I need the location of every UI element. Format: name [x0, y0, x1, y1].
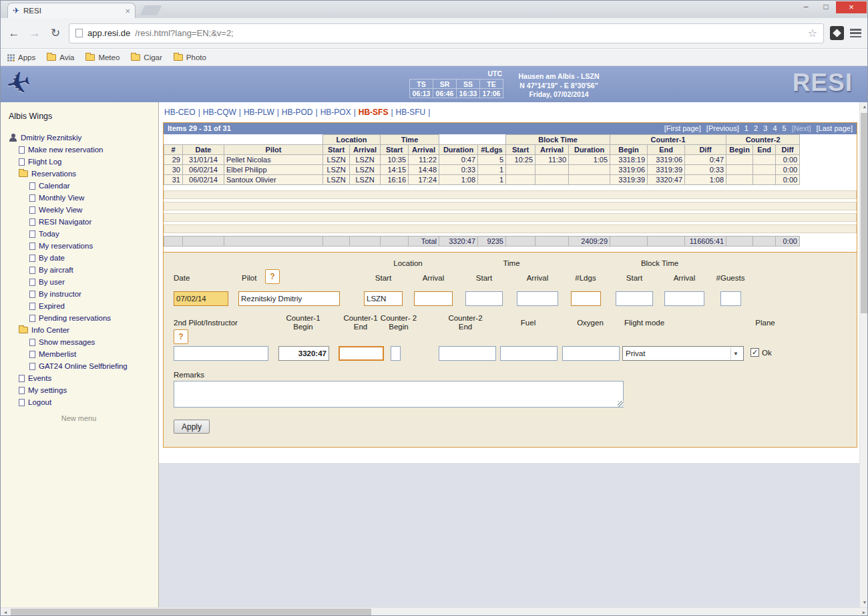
sidebar-item-show-messages[interactable]: Show messages	[9, 336, 158, 348]
previous-page-link[interactable]: [Previous]	[706, 124, 739, 132]
sidebar-item-my-settings[interactable]: My settings	[9, 384, 158, 396]
sidebar-item-logout[interactable]: Logout	[9, 396, 158, 408]
app-header: ✈ UTC TS SR SS TE 06:13 06:46 16:33 17:0…	[1, 66, 867, 102]
tab-close-icon[interactable]: ×	[125, 7, 130, 15]
close-button[interactable]: ×	[836, 1, 867, 13]
table-row[interactable]: 31 06/02/14 Santoux Olivier LSZN LSZN 16…	[164, 175, 854, 185]
second-pilot-help-button[interactable]: ?	[174, 329, 188, 344]
pilot-input[interactable]	[238, 291, 340, 306]
sidebar-item-reservations[interactable]: Reservations	[9, 168, 158, 180]
sidebar-item-weekly-view[interactable]: Weekly View	[9, 204, 158, 216]
sidebar-item-pending-reservations[interactable]: Pending reservations	[9, 312, 158, 324]
sidebar-item-flight-log[interactable]: Flight Log	[9, 156, 158, 168]
ok-label: Ok	[762, 349, 772, 357]
page-link-1[interactable]: 1	[744, 124, 748, 132]
page-link-5[interactable]: 5	[783, 124, 787, 132]
resize-grip[interactable]	[618, 401, 624, 407]
block-start-input[interactable]	[616, 291, 653, 306]
scroll-right-icon[interactable]: ►	[859, 608, 868, 616]
sidebar-item-events[interactable]: Events	[9, 372, 158, 384]
counter2-end-input[interactable]	[439, 346, 496, 361]
bookmark-folder-cigar[interactable]: Cigar	[131, 53, 162, 61]
sidebar-item-by-date[interactable]: By date	[9, 252, 158, 264]
oxygen-input[interactable]	[562, 346, 620, 361]
time-start-input[interactable]	[465, 291, 503, 306]
apply-button[interactable]: Apply	[174, 420, 210, 434]
scroll-down-icon[interactable]: ▼	[860, 598, 868, 607]
remarks-textarea[interactable]	[174, 381, 624, 408]
sidebar-item-make-new-reservation[interactable]: Make new reservation	[9, 144, 158, 156]
bookmark-folder-avia[interactable]: Avia	[47, 53, 74, 61]
location-start-input[interactable]	[364, 291, 403, 306]
tab-hb-plw[interactable]: HB-PLW	[244, 108, 274, 117]
counter1-begin-input[interactable]	[278, 346, 329, 361]
table-row[interactable]: 29 31/01/14 Pellet Nicolas LSZN LSZN 10:…	[164, 155, 854, 165]
sidebar-item-monthly-view[interactable]: Monthly View	[9, 192, 158, 204]
back-icon[interactable]: ←	[7, 27, 21, 40]
bookmark-folder-meteo[interactable]: Meteo	[85, 53, 120, 61]
browser-tab[interactable]: ✈ RESI ×	[7, 3, 136, 18]
horizontal-scroll-thumb[interactable]	[11, 609, 371, 616]
second-pilot-input[interactable]	[174, 346, 268, 361]
document-icon	[29, 351, 35, 358]
sidebar-item-by-aircraft[interactable]: By aircraft	[9, 264, 158, 276]
sidebar-item-expired[interactable]: Expired	[9, 300, 158, 312]
minimize-button[interactable]: –	[796, 1, 816, 13]
apps-shortcut[interactable]: Apps	[7, 53, 35, 61]
page-icon	[75, 29, 83, 37]
page-link-3[interactable]: 3	[763, 124, 767, 132]
sidebar-item-resi-navigator[interactable]: RESI Navigator	[9, 216, 158, 228]
bookmark-folder-photo[interactable]: Photo	[174, 53, 206, 61]
sidebar-item-my-reservations[interactable]: My reservations	[9, 240, 158, 252]
station-name: Hausen am Albis - LSZN	[505, 72, 612, 82]
chrome-menu-icon[interactable]	[850, 29, 861, 37]
ldgs-input[interactable]	[571, 291, 601, 306]
extension-icon[interactable]	[830, 26, 844, 40]
first-page-link[interactable]: [First page]	[664, 124, 701, 132]
maximize-button[interactable]: □	[816, 1, 836, 13]
counter2-begin-input[interactable]	[391, 346, 401, 361]
tab-hb-sfs[interactable]: HB-SFS	[359, 108, 389, 117]
time-arrival-input[interactable]	[517, 291, 558, 306]
sidebar-item-gat24[interactable]: GAT24 Online Selfbriefing	[9, 360, 158, 372]
tab-hb-ceo[interactable]: HB-CEO	[164, 108, 196, 117]
sidebar-item-memberlist[interactable]: Memberlist	[9, 348, 158, 360]
page-link-2[interactable]: 2	[754, 124, 758, 132]
sidebar-item-info-center[interactable]: Info Center	[9, 324, 158, 336]
tab-hb-pox[interactable]: HB-POX	[320, 108, 351, 117]
tab-hb-cqw[interactable]: HB-CQW	[203, 108, 236, 117]
bookmark-star-icon[interactable]: ☆	[808, 27, 817, 39]
sidebar-item-calendar[interactable]: Calendar	[9, 180, 158, 192]
new-menu-note: New menu	[9, 414, 149, 422]
block-arrival-input[interactable]	[664, 291, 704, 306]
sidebar-item-user[interactable]: Dmitriy Reznitskiy	[9, 132, 158, 144]
address-bar[interactable]: app.resi.de/resi.html?lang=EN;&v=2; ☆	[69, 23, 824, 43]
group-location: Location	[323, 135, 381, 145]
fuel-label: Fuel	[521, 319, 535, 327]
ok-checkbox[interactable]: ✓	[750, 348, 759, 357]
new-tab-button[interactable]	[140, 5, 162, 15]
tab-hb-sfu[interactable]: HB-SFU	[396, 108, 426, 117]
location-arrival-input[interactable]	[414, 291, 453, 306]
last-page-link[interactable]: [Last page]	[817, 124, 853, 132]
sidebar-item-by-user[interactable]: By user	[9, 276, 158, 288]
counter1-end-input[interactable]	[339, 346, 384, 361]
page-link-4[interactable]: 4	[773, 124, 777, 132]
pilot-help-button[interactable]: ?	[265, 269, 280, 284]
scroll-left-icon[interactable]: ◄	[1, 608, 10, 616]
guests-input[interactable]	[720, 291, 741, 306]
table-row[interactable]: 30 06/02/14 Elbel Philipp LSZN LSZN 14:1…	[164, 165, 854, 175]
vertical-scroll-thumb[interactable]	[861, 113, 868, 313]
tab-hb-pod[interactable]: HB-POD	[282, 108, 313, 117]
fuel-input[interactable]	[500, 346, 558, 361]
reload-icon[interactable]: ↻	[48, 26, 63, 40]
apps-grid-icon	[7, 54, 15, 61]
sidebar-item-by-instructor[interactable]: By instructor	[9, 288, 158, 300]
sidebar-item-today[interactable]: Today	[9, 228, 158, 240]
scroll-up-icon[interactable]: ▲	[860, 102, 868, 112]
next-page-link[interactable]: [Next]	[792, 124, 811, 132]
document-icon	[29, 230, 35, 238]
flight-mode-select[interactable]: Privat ▼	[622, 346, 744, 361]
forward-icon[interactable]: →	[27, 27, 42, 40]
date-input[interactable]	[174, 291, 228, 306]
